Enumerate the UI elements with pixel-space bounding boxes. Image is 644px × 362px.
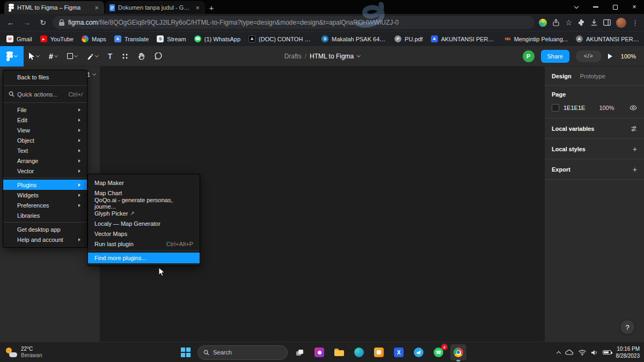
menu-item-arrange[interactable]: Arrange <box>3 156 87 166</box>
text-tool-button[interactable]: T <box>103 46 118 67</box>
page-selector[interactable]: 1 <box>87 71 96 78</box>
dev-mode-toggle[interactable]: </> <box>576 50 602 62</box>
menu-item-get-desktop-app[interactable]: Get desktop app <box>3 224 87 234</box>
figma-main-menu-button[interactable] <box>0 46 24 67</box>
resources-tool-button[interactable] <box>117 46 133 67</box>
bookmark-pu-pdf[interactable]: PPU.pdf <box>394 35 423 42</box>
present-button[interactable] <box>608 54 614 59</box>
find-more-plugins[interactable]: Find more plugins... <box>88 253 200 263</box>
visibility-eye-icon[interactable] <box>630 105 637 110</box>
bookmark-gmail[interactable]: MGmail <box>6 35 32 42</box>
start-button[interactable] <box>178 344 194 360</box>
pen-tool-button[interactable] <box>82 46 103 67</box>
bookmark-translate[interactable]: ATranslate <box>114 35 149 42</box>
bookmark-doc-contoh[interactable]: A(DOC) CONTOH LA... <box>248 35 313 42</box>
maximize-button[interactable] <box>605 0 625 14</box>
minimize-button[interactable] <box>586 0 605 14</box>
menu-item-text[interactable]: Text <box>3 145 87 156</box>
telegram-button[interactable] <box>411 344 427 360</box>
plugin-item-localy[interactable]: Localy — Map Generator <box>88 218 200 228</box>
move-tool-button[interactable] <box>24 46 44 67</box>
side-panel-icon[interactable] <box>603 19 611 26</box>
share-button[interactable]: Share <box>541 50 569 63</box>
whatsapp-button[interactable]: ☎ 4 <box>430 344 447 360</box>
download-icon[interactable] <box>590 19 598 26</box>
chevron-down-icon[interactable] <box>356 53 360 57</box>
chrome-button[interactable] <box>450 344 466 360</box>
export-row[interactable]: Export + <box>545 159 644 180</box>
help-button[interactable]: ? <box>620 320 634 334</box>
file-explorer-button[interactable] <box>331 344 347 360</box>
menu-item-vector[interactable]: Vector <box>3 166 87 176</box>
comment-tool-button[interactable] <box>150 46 167 67</box>
new-tab-button[interactable]: + <box>205 1 218 14</box>
bookmark-whatsapp[interactable]: ☎(1) WhatsApp <box>194 35 240 42</box>
purple-app-button[interactable] <box>311 344 327 360</box>
extensions-puzzle-icon[interactable] <box>577 19 585 26</box>
plugin-item-map-maker[interactable]: Map Maker <box>88 178 200 188</box>
add-style-icon[interactable]: + <box>633 145 637 153</box>
user-avatar[interactable]: P <box>523 50 535 62</box>
bookmark-star-icon[interactable]: ☆ <box>565 16 572 29</box>
shape-tool-button[interactable] <box>62 46 82 67</box>
plugin-item-glyph-picker[interactable]: Glyph Picker↗ <box>88 208 200 218</box>
breadcrumb-folder[interactable]: Drafts <box>284 53 302 60</box>
page-color-hex[interactable]: 1E1E1E <box>564 105 585 111</box>
menu-back-to-files[interactable]: Back to files <box>3 70 87 84</box>
hand-tool-button[interactable] <box>133 46 150 67</box>
variables-icon[interactable] <box>631 125 637 132</box>
close-window-button[interactable]: × <box>625 0 644 14</box>
task-view-button[interactable] <box>291 344 308 360</box>
browser-profile-avatar[interactable] <box>616 18 626 28</box>
bookmark-akuntansi-perta[interactable]: AAKUNTANSI PERTA... <box>431 35 496 42</box>
tab-search-icon[interactable] <box>567 0 586 14</box>
office-x-app-button[interactable]: X <box>391 344 407 360</box>
tab-figma[interactable]: HTML to Figma – Figma × <box>4 1 104 14</box>
extension-colored-icon[interactable] <box>539 19 547 27</box>
browser-menu-icon[interactable]: ⋮ <box>632 19 639 27</box>
menu-item-file[interactable]: File <box>3 105 87 115</box>
reload-icon[interactable]: ↻ <box>36 16 49 29</box>
bookmark-makalah-psak[interactable]: SMakalah PSAK 64 -... <box>321 35 386 42</box>
menu-item-widgets[interactable]: Widgets <box>3 190 87 200</box>
menu-item-preferences[interactable]: Preferences <box>3 200 87 210</box>
menu-item-edit[interactable]: Edit <box>3 115 87 125</box>
forward-icon[interactable]: → <box>20 16 33 29</box>
orange-app-button[interactable] <box>371 344 387 360</box>
page-color-opacity[interactable]: 100% <box>599 105 614 111</box>
taskbar-weather-widget[interactable]: 22°C Berawan <box>5 342 42 362</box>
onedrive-cloud-icon[interactable] <box>565 350 574 355</box>
wifi-icon[interactable] <box>579 350 586 356</box>
tab-prototype[interactable]: Prototype <box>580 73 605 79</box>
menu-item-libraries[interactable]: Libraries <box>3 210 87 220</box>
bookmark-maps[interactable]: Maps <box>82 35 106 42</box>
plugin-item-qoqo[interactable]: QoQo.ai - generate personas, journe... <box>88 198 200 208</box>
menu-item-plugins[interactable]: Plugins <box>3 180 87 190</box>
menu-quick-actions[interactable]: Quick actions... Ctrl+/ <box>3 87 87 101</box>
tab-design[interactable]: Design <box>552 73 572 79</box>
frame-tool-button[interactable]: # <box>44 46 62 67</box>
menu-item-view[interactable]: View <box>3 125 87 135</box>
tray-expand-icon[interactable] <box>556 351 560 355</box>
share-icon[interactable] <box>552 19 560 26</box>
bookmark-mengintip-peluang[interactable]: NNMengintip Peluang... <box>504 35 568 42</box>
breadcrumb[interactable]: Drafts / HTML to Figma <box>284 53 360 60</box>
plugin-item-vector-maps[interactable]: Vector Maps <box>88 228 200 239</box>
back-icon[interactable]: ← <box>4 16 17 29</box>
address-bar[interactable]: figma.com/file/8QOgGEiq8r9QLJ2lLRy6oC/HT… <box>53 16 535 29</box>
bookmark-stream[interactable]: SStream <box>157 35 186 42</box>
volume-icon[interactable] <box>591 350 598 356</box>
add-export-icon[interactable]: + <box>633 165 637 174</box>
plugin-item-run-last[interactable]: Run last pluginCtrl+Alt+P <box>88 239 200 249</box>
menu-item-help-and-account[interactable]: Help and account <box>3 234 87 245</box>
local-variables-row[interactable]: Local variables <box>545 119 644 139</box>
edge-button[interactable] <box>351 344 367 360</box>
close-tab-icon[interactable]: × <box>194 4 201 11</box>
breadcrumb-file-name[interactable]: HTML to Figma <box>310 53 354 60</box>
tab-google-docs[interactable]: Dokumen tanpa judul - Google D × <box>105 1 205 14</box>
taskbar-search[interactable]: Search <box>197 345 288 360</box>
close-tab-icon[interactable]: × <box>93 4 100 11</box>
page-color-swatch[interactable] <box>552 104 559 112</box>
local-styles-row[interactable]: Local styles + <box>545 139 644 159</box>
menu-item-object[interactable]: Object <box>3 135 87 145</box>
